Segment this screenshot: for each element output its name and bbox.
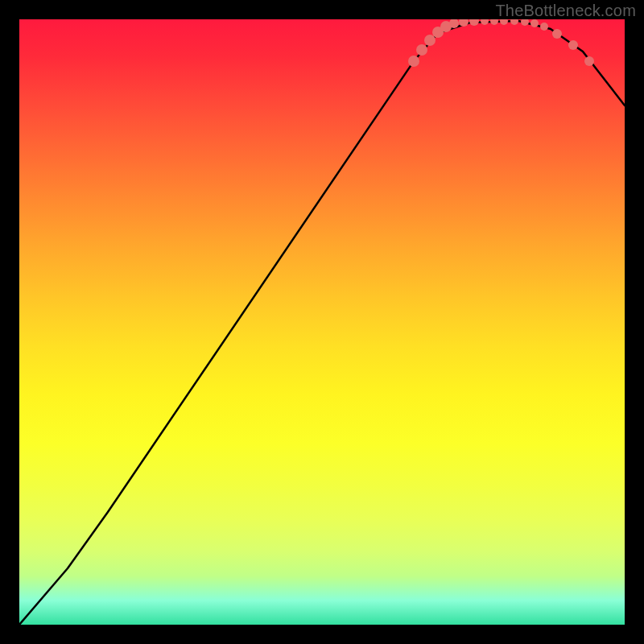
curve-marker [469,19,479,26]
curve-layer [19,21,625,625]
curve-marker [416,44,427,56]
chart-stage: TheBottleneck.com [0,0,644,644]
curve-marker [408,56,419,67]
curve-marker [552,29,562,39]
curve-marker [521,19,529,26]
chart-svg [19,19,625,625]
curve-path [19,21,625,625]
plot-area [19,19,625,625]
curve-marker [481,19,489,25]
curve-marker [540,23,548,31]
curve-marker [424,35,436,46]
curve-marker [584,56,594,66]
curve-marker [500,19,508,25]
watermark-text: TheBottleneck.com [495,2,636,20]
marker-layer [408,19,594,67]
curve-marker [490,19,498,25]
curve-marker [510,19,518,25]
curve-marker [568,40,578,50]
curve-marker [530,19,539,27]
